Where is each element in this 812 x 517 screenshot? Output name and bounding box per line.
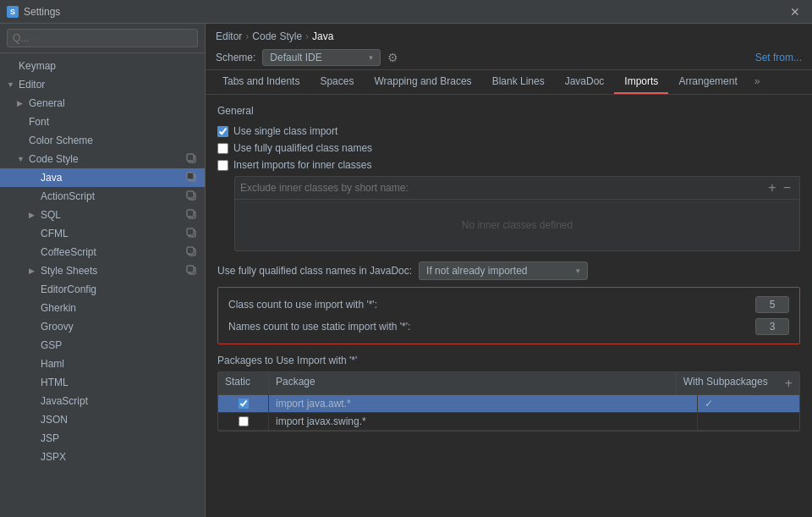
sidebar-tree: Keymap ▼ Editor ▶ General Font Color Sch… <box>0 53 205 517</box>
tree-arrow: ▶ <box>29 267 41 275</box>
sidebar-item-label: SQL <box>41 209 183 221</box>
sidebar-item-label: Editor <box>19 79 198 91</box>
checkbox-row-inner-classes: Insert imports for inner classes <box>217 159 800 171</box>
sidebar-item-sql[interactable]: ▶ SQL <box>0 206 205 224</box>
app-icon: S <box>7 6 19 18</box>
pkg-cell-subpackages <box>698 413 799 430</box>
title-bar: S Settings ✕ <box>0 0 812 24</box>
tabs-more-button[interactable]: » <box>748 70 767 94</box>
breadcrumb-java: Java <box>312 30 333 42</box>
names-count-row: Names count to use static import with '*… <box>228 318 789 335</box>
tab-content: General Use single class import Use full… <box>206 95 812 517</box>
checkbox-inner-classes[interactable] <box>217 160 228 171</box>
sidebar: Keymap ▼ Editor ▶ General Font Color Sch… <box>0 24 206 517</box>
breadcrumb-sep2: › <box>305 30 309 42</box>
pkg-static-checkbox[interactable] <box>239 399 249 409</box>
package-row[interactable]: import java.awt.* ✓ <box>218 395 799 413</box>
gear-icon[interactable]: ⚙ <box>387 51 398 64</box>
tab-blank-lines[interactable]: Blank Lines <box>482 70 555 94</box>
qualified-row: Use fully qualified class names in JavaD… <box>217 261 800 280</box>
close-button[interactable]: ✕ <box>785 3 805 20</box>
sidebar-item-general[interactable]: ▶ General <box>0 94 205 113</box>
checkbox-label-single-class: Use single class import <box>233 125 337 137</box>
breadcrumb-editor: Editor <box>216 30 242 42</box>
import-counts-box: Class count to use import with '*': Name… <box>217 287 800 344</box>
sidebar-item-gherkin[interactable]: Gherkin <box>0 299 205 317</box>
checkbox-fully-qualified[interactable] <box>217 143 228 154</box>
sidebar-item-haml[interactable]: Haml <box>0 355 205 373</box>
pkg-cell-static <box>218 413 269 430</box>
sidebar-item-label: EditorConfig <box>41 283 198 295</box>
svg-rect-11 <box>187 247 194 254</box>
sidebar-item-html[interactable]: HTML <box>0 373 205 392</box>
sidebar-item-actionscript[interactable]: ActionScript <box>0 187 205 206</box>
qualified-select[interactable]: If not already imported Always Never <box>419 261 588 280</box>
sidebar-item-json[interactable]: JSON <box>0 410 205 429</box>
breadcrumb-code-style: Code Style <box>252 30 302 42</box>
sidebar-item-label: JSPX <box>41 451 198 463</box>
sidebar-item-gsp[interactable]: GSP <box>0 336 205 355</box>
sidebar-item-javascript[interactable]: JavaScript <box>0 392 205 410</box>
sidebar-item-cfml[interactable]: CFML <box>0 224 205 243</box>
sidebar-item-label: Java <box>41 172 183 184</box>
sidebar-item-font[interactable]: Font <box>0 113 205 131</box>
add-exclusion-button[interactable]: + <box>765 180 779 195</box>
class-count-label: Class count to use import with '*': <box>228 299 749 311</box>
copy-icon <box>186 246 198 258</box>
names-count-input[interactable] <box>755 318 789 335</box>
no-inner-classes-text: No inner classes defined <box>235 200 799 250</box>
sidebar-item-jsp[interactable]: JSP <box>0 429 205 448</box>
set-from-link[interactable]: Set from... <box>755 52 802 63</box>
sidebar-item-style-sheets[interactable]: ▶ Style Sheets <box>0 261 205 280</box>
search-input[interactable] <box>7 29 198 47</box>
sidebar-item-label: ActionScript <box>41 190 183 202</box>
content-header: Editor › Code Style › Java Scheme: Defau… <box>206 24 812 70</box>
sidebar-item-label: General <box>29 97 198 109</box>
sidebar-item-jspx[interactable]: JSPX <box>0 448 205 466</box>
exclusion-input[interactable] <box>240 182 765 194</box>
remove-exclusion-button[interactable]: − <box>780 180 794 195</box>
scheme-select[interactable]: Default IDE <box>262 49 381 66</box>
tab-javadoc[interactable]: JavaDoc <box>555 70 615 94</box>
add-package-button[interactable]: + <box>778 372 799 394</box>
pkg-cell-subpackages: ✓ <box>698 395 799 412</box>
sidebar-item-editor[interactable]: ▼ Editor <box>0 75 205 94</box>
copy-icon <box>186 228 198 239</box>
svg-rect-9 <box>187 228 194 235</box>
sidebar-item-groovy[interactable]: Groovy <box>0 317 205 336</box>
pkg-static-checkbox[interactable] <box>239 416 249 426</box>
svg-rect-1 <box>187 154 194 161</box>
copy-icon <box>186 153 198 165</box>
sidebar-item-label: HTML <box>41 377 198 388</box>
sidebar-item-keymap[interactable]: Keymap <box>0 57 205 75</box>
sidebar-item-label: GSP <box>41 339 198 351</box>
sidebar-item-editorconfig[interactable]: EditorConfig <box>0 280 205 299</box>
sidebar-item-java[interactable]: Java <box>0 168 205 187</box>
package-row[interactable]: import javax.swing.* <box>218 413 799 431</box>
sidebar-item-label: Groovy <box>41 321 198 333</box>
sidebar-item-label: Keymap <box>19 60 198 72</box>
tab-imports[interactable]: Imports <box>614 70 668 94</box>
pkg-cell-package: import java.awt.* <box>269 395 698 412</box>
qualified-select-wrap: If not already imported Always Never <box>419 261 588 280</box>
sidebar-item-label: JavaScript <box>41 395 198 407</box>
tree-arrow: ▶ <box>29 211 41 219</box>
sidebar-item-coffeescript[interactable]: CoffeeScript <box>0 243 205 261</box>
copy-icon <box>186 265 198 277</box>
class-count-input[interactable] <box>755 296 789 313</box>
pkg-cell-package: import javax.swing.* <box>269 413 698 430</box>
svg-rect-13 <box>187 266 194 272</box>
copy-icon <box>186 172 198 184</box>
tab-spaces[interactable]: Spaces <box>310 70 364 94</box>
tab-wrapping-braces[interactable]: Wrapping and Braces <box>364 70 481 94</box>
checkbox-single-class[interactable] <box>217 126 228 137</box>
sidebar-item-label: Style Sheets <box>41 265 183 277</box>
general-section-title: General <box>217 105 800 117</box>
tab-arrangement[interactable]: Arrangement <box>668 70 747 94</box>
sidebar-item-color-scheme[interactable]: Color Scheme <box>0 131 205 150</box>
sidebar-item-code-style[interactable]: ▼ Code Style <box>0 150 205 168</box>
tab-tabs-indents[interactable]: Tabs and Indents <box>212 70 310 94</box>
checkboxes-container: Use single class import Use fully qualif… <box>217 125 800 171</box>
copy-icon <box>186 190 198 202</box>
sidebar-item-label: JSP <box>41 432 198 444</box>
